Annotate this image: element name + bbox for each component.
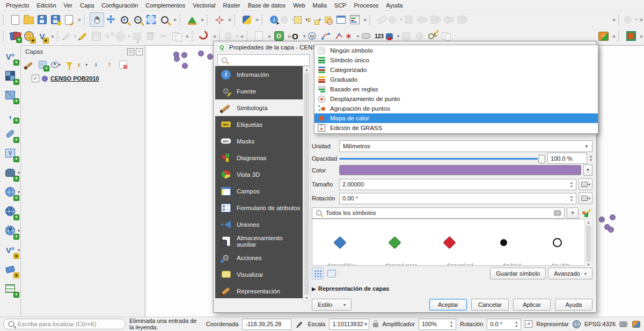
toolbar-grip[interactable] [179,15,184,25]
toolbar-grip[interactable] [261,15,266,25]
clear-filter-icon[interactable]: × [554,210,561,216]
menu-scp[interactable]: SCP [331,1,350,10]
locator-search-input[interactable]: Escriba para localizar (Ctrl+K) [3,319,126,329]
remove-layer-icon[interactable]: − [118,60,128,69]
current-edits-icon[interactable]: ▾ [63,30,76,43]
select-by-expression-icon[interactable]: ε▾ [308,13,321,26]
crs-value[interactable]: EPSG:4326 [584,321,616,327]
toggle-editing-icon[interactable] [76,30,90,43]
toolbar-overflow-chevron[interactable]: » [199,17,205,23]
label-change-icon[interactable] [456,13,469,26]
toolbar-overflow-chevron[interactable]: » [361,17,368,23]
add-arcgis-layer-icon[interactable] [3,262,17,276]
identify-disabled-icon[interactable]: ▾ [281,13,294,26]
save-symbol-button[interactable]: Guardar símbolo [490,268,546,279]
extent-tracking-icon[interactable] [295,320,304,328]
new-virtual-layer-icon[interactable]: V [35,30,49,43]
scale-combobox[interactable]: 1:10113932▼ [329,319,369,330]
menu-item-basado-en-reglas[interactable]: Basado en reglas [314,84,598,94]
apply-button[interactable]: Aplicar [513,299,551,311]
toolbar-grip[interactable] [84,15,88,25]
unit-select[interactable]: Milímetros▼ [339,140,592,152]
rotation-input[interactable]: 0.00 °▲▼ [339,193,576,204]
open-project-icon[interactable] [22,13,35,26]
menu-item-categorizado[interactable]: Categorizado [314,65,598,75]
toolbar-overflow-chevron[interactable]: » [184,33,190,39]
toolbar-overflow-chevron[interactable]: » [610,17,617,23]
menu-ver[interactable]: Ver [60,1,77,10]
menu-configuracion[interactable]: Configuración [98,1,142,10]
filter-dropdown-button[interactable]: ▼ [567,207,579,219]
manage-visibility-icon[interactable]: ▾ [51,60,61,69]
add-raster-layer-icon[interactable] [3,69,17,83]
copy-features-icon[interactable] [170,30,184,43]
toolbar-overflow-chevron[interactable]: » [211,33,217,39]
add-wms-layer-icon[interactable]: ▾ [3,185,17,199]
ok-button[interactable]: Aceptar [429,299,467,311]
sidebar-item-masks[interactable]: abcMasks [215,133,303,149]
menu-vectorial[interactable]: Vectorial [189,1,219,10]
size-input[interactable]: 2.00000▲▼ [339,179,576,190]
toolbar-grip[interactable] [3,15,7,25]
opacity-slider[interactable] [339,154,545,163]
add-vector-layer-icon[interactable]: V° [3,49,17,63]
semiautomatic-classification-icon[interactable]: + [597,30,610,43]
delete-selected-icon[interactable] [143,30,157,43]
layer-item-censo-pob2010[interactable]: ✓ CENSO POB2010 [21,71,145,82]
layout-manager-icon[interactable] [62,13,76,26]
add-wcs-layer-icon[interactable] [3,204,17,218]
add-geopackage-layer-icon[interactable]: V [3,146,17,160]
filter-by-expression-icon[interactable]: ε▾ [78,60,87,69]
color-dropdown-button[interactable]: ▼ [583,164,592,176]
label-pin-icon[interactable] [402,13,415,26]
opacity-value-input[interactable]: 100.0 % [547,153,587,164]
add-group-icon[interactable] [38,60,47,69]
add-spatialite-layer-icon[interactable] [3,127,17,141]
symbol-filter-input[interactable]: Todos los símbolos × [312,207,565,219]
label-rotate-icon[interactable] [442,13,456,26]
zoom-in-icon[interactable]: + [118,13,131,26]
measure-icon[interactable] [375,13,389,26]
add-delimited-text-layer-icon[interactable]: , [3,107,17,121]
symbol-dot-white[interactable] [553,238,562,247]
sidebar-item-fuente[interactable]: ⚙Fuente [215,83,303,99]
color-swatch-button[interactable] [339,165,581,175]
save-project-icon[interactable] [35,13,49,26]
menu-item-mapa-de-calor[interactable]: Mapa de calor [314,113,598,123]
collapse-all-icon[interactable]: ⇑ [105,60,114,69]
sidebar-item-uniones[interactable]: Uniones [215,216,303,233]
crs-globe-icon[interactable] [573,320,581,328]
deselect-features-icon[interactable] [321,13,334,26]
toolbar-overflow-chevron[interactable]: » [638,17,644,23]
symbol-diamond-blue[interactable] [333,236,346,249]
toolbar-overflow-chevron[interactable]: » [253,17,260,23]
toolbar-overflow-chevron[interactable]: » [286,33,292,39]
identify-features-icon[interactable]: i➤ [267,13,281,26]
toolbar-grip[interactable] [57,31,61,41]
toolbar-overflow-chevron[interactable]: » [610,33,617,39]
menu-item-simbolo-unico[interactable]: Símbolo único [314,55,598,65]
sidebar-item-informacion[interactable]: iInformación [215,66,303,83]
cut-features-icon[interactable]: ✂ [157,30,170,43]
style-manager-icon[interactable] [24,60,34,69]
sidebar-item-almacenamiento[interactable]: Almacenamiento auxiliar [215,233,303,249]
expand-all-icon[interactable]: ⇓ [91,60,101,69]
label-highlight-icon[interactable] [415,13,429,26]
add-mesh-layer-icon[interactable] [3,88,17,102]
label-toolbar-icon[interactable]: ▾ [389,13,402,26]
toolbar-grip[interactable] [618,15,623,25]
pan-map-icon[interactable] [90,12,104,27]
size-data-defined-button[interactable]: ◂ [579,178,592,190]
panel-close-icon[interactable]: × [136,48,143,55]
menu-item-agrupacion-de-puntos[interactable]: Agrupación de puntos [314,104,598,113]
menu-proyecto[interactable]: Proyecto [2,1,33,10]
symbol-list-scrollbar[interactable]: ▲▼ [584,219,592,268]
list-view-toggle[interactable] [326,268,338,279]
symbol-list[interactable] [312,219,586,266]
menu-raster[interactable]: Ráster [219,1,244,10]
messages-bubble-icon[interactable] [619,321,627,327]
save-project-as-icon[interactable] [49,13,62,26]
symbol-diamond-green[interactable] [389,236,401,249]
zoom-to-selection-icon[interactable] [144,13,158,26]
snapping-magnet-icon[interactable] [197,30,211,43]
